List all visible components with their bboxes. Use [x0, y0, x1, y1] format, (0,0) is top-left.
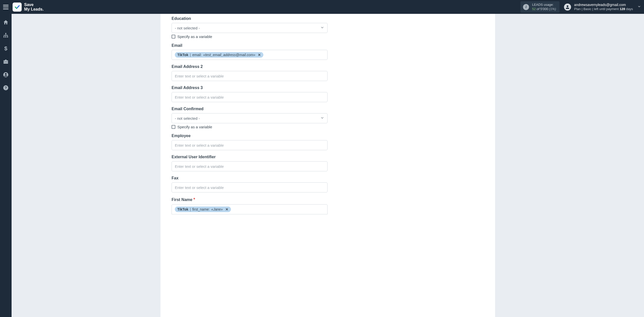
- chevron-down-icon: [320, 26, 324, 30]
- info-icon: i: [523, 4, 529, 10]
- label-email-confirmed: Email Confirmed: [172, 107, 484, 111]
- label-email-3: Email Address 3: [172, 86, 484, 90]
- fax-input[interactable]: Enter text or select a variable: [172, 182, 328, 192]
- education-specify-variable[interactable]: Specify as a variable: [172, 34, 484, 39]
- field-email: Email TikTok | email: «test_email_addres…: [172, 43, 484, 60]
- connections-icon[interactable]: [3, 32, 9, 38]
- placeholder-text: Enter text or select a variable: [175, 143, 224, 147]
- education-select[interactable]: - not selected -: [172, 23, 328, 33]
- leads-usage-box[interactable]: i LEADS usage: 52 of 5'000 (1%): [520, 1, 559, 13]
- svg-rect-1: [5, 33, 6, 34]
- placeholder-text: Enter text or select a variable: [175, 95, 224, 99]
- logo-line-2: My Leads.: [24, 7, 44, 12]
- field-education: Education - not selected - Specify as a …: [172, 16, 484, 39]
- email-variable-tag[interactable]: TikTok | email: «test_email_address@mail…: [175, 52, 263, 58]
- help-icon[interactable]: ?: [3, 85, 9, 91]
- usage-total: 5'000: [540, 7, 548, 11]
- email3-input[interactable]: Enter text or select a variable: [172, 92, 328, 102]
- account-info: andrewsavemyleads@gmail.com Plan | Basic…: [574, 3, 633, 11]
- account-menu[interactable]: andrewsavemyleads@gmail.com Plan | Basic…: [564, 3, 641, 11]
- billing-icon[interactable]: $: [3, 46, 9, 52]
- label-first-name: First Name: [172, 197, 192, 202]
- leads-usage-text: LEADS usage: 52 of 5'000 (1%): [532, 3, 556, 11]
- svg-text:$: $: [4, 46, 7, 52]
- tag-value: «Jane»: [211, 207, 223, 211]
- education-selected-value: - not selected -: [175, 26, 200, 30]
- email-input[interactable]: TikTok | email: «test_email_address@mail…: [172, 50, 328, 60]
- first-name-input[interactable]: TikTok | first_name: «Jane» ✕: [172, 204, 328, 214]
- usage-label: LEADS usage:: [532, 3, 556, 7]
- sidebar-nav: $ ?: [0, 14, 12, 317]
- employee-input[interactable]: Enter text or select a variable: [172, 140, 328, 150]
- svg-rect-2: [4, 36, 5, 37]
- placeholder-text: Enter text or select a variable: [175, 74, 224, 78]
- label-email: Email: [172, 43, 484, 48]
- home-icon[interactable]: [3, 19, 9, 25]
- field-email-2: Email Address 2 Enter text or select a v…: [172, 64, 484, 81]
- checkbox-icon[interactable]: [172, 35, 175, 38]
- tag-field: email:: [192, 53, 202, 57]
- chevron-down-icon[interactable]: [637, 5, 641, 9]
- label-employee: Employee: [172, 134, 484, 138]
- plan-days-word: days: [626, 7, 633, 11]
- label-education: Education: [172, 16, 484, 21]
- usage-of: of: [537, 7, 539, 11]
- remove-tag-icon[interactable]: ✕: [225, 207, 228, 211]
- svg-rect-4: [7, 36, 8, 37]
- placeholder-text: Enter text or select a variable: [175, 185, 224, 190]
- required-indicator: *: [193, 197, 195, 202]
- chevron-down-icon: [320, 116, 324, 121]
- tag-source: TikTok: [177, 207, 188, 211]
- field-fax: Fax Enter text or select a variable: [172, 176, 484, 192]
- logo-line-1: Save: [24, 3, 44, 7]
- usage-percent: (1%): [549, 7, 556, 11]
- specify-variable-label: Specify as a variable: [177, 34, 212, 39]
- field-email-confirmed: Email Confirmed - not selected - Specify…: [172, 107, 484, 129]
- specify-variable-label: Specify as a variable: [177, 125, 212, 129]
- user-icon[interactable]: [3, 72, 9, 78]
- field-external-user-id: External User Identifier Enter text or s…: [172, 155, 484, 171]
- email-confirmed-select[interactable]: - not selected -: [172, 113, 328, 123]
- field-employee: Employee Enter text or select a variable: [172, 134, 484, 150]
- svg-point-0: [567, 5, 569, 7]
- svg-rect-3: [5, 36, 6, 37]
- placeholder-text: Enter text or select a variable: [175, 164, 224, 169]
- email-confirmed-selected-value: - not selected -: [175, 116, 200, 121]
- svg-text:?: ?: [5, 86, 7, 90]
- user-avatar-icon: [564, 4, 571, 11]
- app-logo[interactable]: Save My Leads.: [13, 3, 44, 12]
- tag-source: TikTok: [177, 53, 188, 57]
- label-fax: Fax: [172, 176, 484, 180]
- menu-toggle-button[interactable]: [3, 5, 9, 9]
- field-email-3: Email Address 3 Enter text or select a v…: [172, 86, 484, 102]
- plan-name: Basic: [583, 7, 591, 11]
- tag-field: first_name:: [192, 207, 210, 211]
- external-user-id-input[interactable]: Enter text or select a variable: [172, 161, 328, 171]
- top-bar: Save My Leads. i LEADS usage: 52 of 5'00…: [0, 0, 644, 14]
- label-email-2: Email Address 2: [172, 64, 484, 69]
- svg-point-8: [5, 73, 7, 75]
- tag-value: «test_email_address@mail.com»: [203, 53, 255, 57]
- usage-current: 52: [532, 7, 536, 11]
- email2-input[interactable]: Enter text or select a variable: [172, 71, 328, 81]
- logo-text: Save My Leads.: [24, 3, 44, 11]
- account-email: andrewsavemyleads@gmail.com: [574, 3, 633, 7]
- briefcase-icon[interactable]: [3, 59, 9, 65]
- remove-tag-icon[interactable]: ✕: [258, 53, 261, 57]
- form-panel: Education - not selected - Specify as a …: [160, 14, 495, 317]
- plan-days: 128: [620, 7, 625, 11]
- checkmark-icon: [13, 3, 22, 12]
- plan-prefix: Plan |: [574, 7, 582, 11]
- checkbox-icon[interactable]: [172, 125, 175, 129]
- first-name-variable-tag[interactable]: TikTok | first_name: «Jane» ✕: [175, 207, 231, 212]
- plan-suffix: | left until payment: [592, 7, 619, 11]
- field-first-name: First Name * TikTok | first_name: «Jane»…: [172, 197, 484, 214]
- label-external-user-id: External User Identifier: [172, 155, 484, 159]
- email-confirmed-specify-variable[interactable]: Specify as a variable: [172, 125, 484, 129]
